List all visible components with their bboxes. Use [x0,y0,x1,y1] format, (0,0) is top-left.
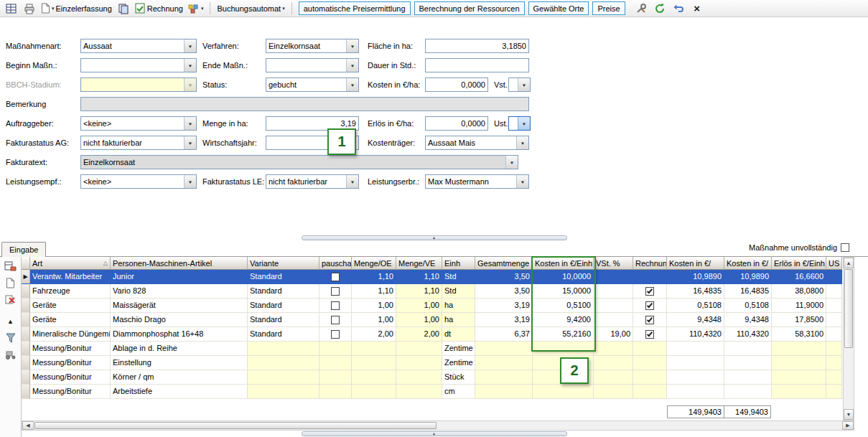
chevron-down-icon[interactable]: ▾ [201,6,204,11]
cell-pauschal[interactable] [319,270,352,284]
cell-kosten2[interactable]: 9,4348 [724,313,772,327]
cell-menge_ve[interactable]: 1,00 [396,299,442,313]
preise-button[interactable]: Preise [592,1,625,15]
cell-variante[interactable]: Standard [248,270,319,284]
cell-artikel[interactable]: Arbeitstiefe [111,385,248,399]
pauschal-checkbox[interactable] [331,301,340,310]
cell-menge_ve[interactable] [396,385,442,399]
cell-gesamtmenge[interactable] [475,356,533,370]
row-marker[interactable] [22,313,30,327]
bottom-splitter[interactable]: ▲ [0,431,868,437]
table-row[interactable]: Mineralische DüngemittDiammonphosphat 16… [22,327,842,342]
cell-einh[interactable]: Std [442,270,475,284]
cell-erloes[interactable] [772,342,826,356]
row-marker[interactable] [22,327,30,342]
ust-select[interactable]: ▼ [508,116,531,131]
cell-menge_oe[interactable]: 1,00 [352,313,396,327]
cell-kosten1[interactable]: 0,5108 [667,299,724,313]
cell-erloes[interactable] [772,356,826,370]
cell-variante[interactable] [248,356,319,370]
filter-icon[interactable] [4,332,18,344]
incomplete-checkbox[interactable] [841,243,849,252]
tab-eingabe[interactable]: Eingabe [1,242,46,257]
cell-kosten2[interactable] [724,342,772,356]
cell-artikel[interactable]: Maschio Drago [111,313,248,327]
dropdown-arrow-icon[interactable]: ▼ [184,39,196,52]
pauschal-checkbox[interactable] [331,316,340,324]
cell-gesamtmenge[interactable]: 3,19 [475,313,533,327]
cell-pauschal[interactable] [319,342,352,356]
cell-vst[interactable] [594,313,633,327]
cell-einh[interactable]: Std [442,284,475,299]
cell-einh[interactable]: Stück [442,370,475,385]
cell-art[interactable]: Geräte [30,313,111,327]
cell-menge_ve[interactable] [396,342,442,356]
scroll-up-button[interactable]: ▲ [844,258,854,268]
cell-kosten_einh[interactable]: 9,4200 [533,313,594,327]
cell-menge_oe[interactable] [352,356,396,370]
column-header-artikel[interactable]: Personen-Maschinen-Artikel [111,257,248,270]
ende-select[interactable]: ▼ [266,58,359,72]
cell-menge_oe[interactable]: 1,10 [352,284,396,299]
cell-kosten_einh[interactable]: 15,0000 [533,284,594,299]
dropdown-arrow-icon[interactable]: ▼ [346,78,358,91]
cell-menge_oe[interactable] [352,342,396,356]
fakturatext-select[interactable]: Einzelkornsaat ▼ [80,155,518,169]
cell-gesamtmenge[interactable]: 3,19 [475,299,533,313]
row-marker[interactable] [22,356,30,370]
massnahmenart-select[interactable]: Aussaat ▼ [80,39,197,53]
cell-kosten2[interactable]: 10,9890 [724,270,772,284]
cell-gesamtmenge[interactable] [475,342,533,356]
cell-pauschal[interactable] [319,356,352,370]
cell-kosten1[interactable] [667,356,724,370]
cell-kosten1[interactable] [667,342,724,356]
cell-menge_oe[interactable] [352,370,396,385]
cell-rechnung[interactable] [633,370,667,385]
cell-menge_ve[interactable]: 1,00 [396,313,442,327]
status-select[interactable]: gebucht ▼ [266,77,359,92]
cell-variante[interactable]: Standard [248,299,319,313]
cell-ust[interactable] [826,342,842,356]
cell-gesamtmenge[interactable] [475,370,533,385]
cell-erloes[interactable]: 38,0800 [772,284,826,299]
cell-einh[interactable]: Zentime [442,342,475,356]
column-header-vst[interactable]: VSt. % [594,257,633,270]
cell-kosten1[interactable]: 110,4320 [667,327,724,342]
cell-variante[interactable]: Standard [248,327,319,342]
column-header-gesamtmenge[interactable]: Gesamtmenge [475,257,533,270]
table-view-icon[interactable] [4,1,19,16]
cell-rechnung[interactable] [633,356,667,370]
cell-rechnung[interactable] [633,284,667,299]
dropdown-arrow-icon[interactable]: ▼ [516,175,528,188]
scroll-left-button[interactable]: ◀ [22,421,34,430]
dropdown-arrow-icon[interactable]: ▼ [184,175,196,188]
leistungsempf-select[interactable]: <keine> ▼ [80,174,197,189]
cell-gesamtmenge[interactable]: 3,50 [475,284,533,299]
cell-erloes[interactable]: 17,8500 [772,313,826,327]
tools-icon[interactable] [633,1,649,16]
column-header-marker[interactable] [22,257,30,270]
dropdown-arrow-icon[interactable]: ▼ [184,136,196,149]
splitter-handle[interactable]: ▲ [302,431,567,436]
flaeche-input[interactable] [425,39,529,53]
table-row[interactable]: GeräteMaissägerätStandard1,001,00ha3,190… [22,299,842,313]
cell-variante[interactable] [248,385,319,399]
table-row[interactable]: FahrzeugeVario 828Standard1,101,10Std3,5… [22,284,842,299]
preisermittlung-button[interactable]: automatische Preisermittlung [299,1,411,15]
cell-ust[interactable] [826,270,842,284]
table-row[interactable]: Messung/BoniturEinstellungZentime [22,356,842,370]
cell-ust[interactable] [826,327,842,342]
row-marker[interactable] [22,342,30,356]
dauer-input[interactable] [425,58,529,72]
cell-ust[interactable] [826,356,842,370]
cell-artikel[interactable]: Einstellung [111,356,248,370]
cell-gesamtmenge[interactable]: 6,37 [475,327,533,342]
cell-ust[interactable] [826,370,842,385]
dropdown-arrow-icon[interactable]: ▼ [516,136,528,149]
cell-menge_oe[interactable]: 2,00 [352,327,396,342]
cell-vst[interactable] [594,385,633,399]
fakturastatus-le-select[interactable]: nicht fakturierbar ▼ [266,174,359,189]
cell-menge_ve[interactable]: 1,10 [396,284,442,299]
cell-kosten_einh[interactable] [533,342,594,356]
rechnung-checkbox[interactable] [645,316,654,324]
